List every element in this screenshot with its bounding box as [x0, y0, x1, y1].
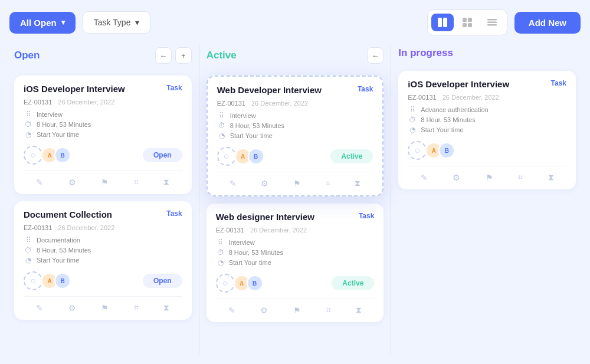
settings-icon[interactable]: ⚙	[65, 176, 80, 188]
column-open: Open ← + iOS Developer Interview Task EZ…	[9, 45, 196, 355]
timer-icon[interactable]: ⧗	[160, 176, 173, 188]
card-header: iOS Developer Interview Task	[408, 79, 566, 89]
card-info-row: ⏱ 8 Hour, 53 Minutes	[217, 122, 373, 130]
edit-icon[interactable]: ✎	[32, 302, 47, 314]
flag-icon[interactable]: ⚑	[97, 176, 112, 188]
info-label: Documentation	[37, 237, 80, 244]
column-actions-active: ←	[367, 47, 384, 64]
settings-icon[interactable]: ⚙	[257, 178, 272, 189]
edit-icon[interactable]: ✎	[226, 178, 240, 189]
grid-icon	[462, 17, 473, 28]
svg-rect-4	[463, 23, 467, 27]
tag-icon[interactable]: ⌗	[514, 171, 526, 183]
tag-icon[interactable]: ⌗	[322, 177, 334, 189]
grid-view-button[interactable]	[456, 14, 478, 31]
timer-icon[interactable]: ⧗	[545, 171, 558, 183]
card-info: ⠿ Interview ⏱ 8 Hour, 53 Minutes ◔ Start…	[216, 238, 375, 267]
card-footer: ○ A B Open	[24, 271, 182, 290]
collapse-button-active[interactable]: ←	[367, 47, 384, 64]
tag-icon[interactable]: ⌗	[130, 176, 142, 188]
card-meta: EZ-00131 26 December, 2022	[24, 99, 182, 106]
card-header: Web Developer Interview Task	[217, 85, 373, 95]
info-label: Start Your time	[421, 126, 463, 133]
timer-icon[interactable]: ⧗	[352, 304, 365, 316]
kanban-icon	[437, 17, 448, 28]
task-type-label: Task Type	[94, 18, 131, 27]
all-open-button[interactable]: All Open ▾	[9, 12, 76, 34]
card-date: 26 December, 2022	[58, 99, 114, 106]
all-open-label: All Open	[20, 18, 57, 28]
avatar: B	[438, 142, 455, 159]
board: Open ← + iOS Developer Interview Task EZ…	[9, 45, 581, 355]
avatar-ring: ○	[24, 146, 42, 165]
card-info-row: ◔ Start Your time	[24, 256, 182, 264]
kanban-view-button[interactable]	[431, 14, 454, 31]
info-label: Start Your time	[37, 257, 79, 264]
app-container: All Open ▾ Task Type ▾	[0, 0, 590, 364]
edit-icon[interactable]: ✎	[417, 172, 431, 183]
chevron-down-icon: ▾	[61, 18, 65, 27]
avatars: ○ A B	[408, 141, 455, 160]
avatar-ring: ○	[24, 271, 42, 290]
settings-icon[interactable]: ⚙	[257, 304, 271, 316]
card-type-badge: Task	[166, 209, 182, 218]
timer-icon[interactable]: ⧗	[351, 177, 364, 189]
card-type-badge: Task	[166, 84, 182, 92]
card-info: ⠿ Documentation ⏱ 8 Hour, 53 Minutes ◔ S…	[24, 236, 182, 264]
card-info-row: ◔ Start Your time	[408, 126, 566, 134]
tag-icon[interactable]: ⌗	[130, 301, 142, 314]
svg-rect-2	[463, 18, 467, 22]
card-doc-collection: Document Collection Task EZ-00131 26 Dec…	[14, 201, 192, 320]
clock-icon: ⏱	[216, 248, 225, 257]
list-view-button[interactable]	[481, 14, 503, 31]
card-info-row: ⏱ 8 Hour, 53 Minutes	[24, 120, 182, 129]
divider	[199, 45, 199, 355]
card-actions: ✎ ⚙ ⚑ ⌗ ⧗	[216, 299, 375, 316]
group-icon: ⠿	[408, 106, 417, 114]
view-toggle	[427, 9, 507, 35]
flag-icon[interactable]: ⚑	[482, 172, 497, 183]
flag-icon[interactable]: ⚑	[97, 302, 112, 314]
info-label: Interview	[230, 112, 256, 119]
timer-icon: ◔	[216, 258, 225, 267]
card-footer: ○ A B	[408, 141, 566, 160]
svg-rect-7	[487, 22, 497, 24]
group-icon: ⠿	[216, 238, 225, 247]
card-info-row: ⏱ 8 Hour, 53 Minutes	[408, 116, 566, 124]
edit-icon[interactable]: ✎	[32, 176, 47, 188]
flag-icon[interactable]: ⚑	[290, 304, 304, 316]
avatars: ○ A B	[216, 274, 263, 293]
status-badge[interactable]: Open	[143, 274, 182, 288]
chevron-down-icon: ▾	[135, 18, 139, 27]
add-new-button[interactable]: Add New	[514, 12, 581, 34]
avatars: ○ A B	[24, 271, 71, 290]
timer-icon[interactable]: ⧗	[160, 301, 173, 314]
edit-icon[interactable]: ✎	[225, 304, 239, 316]
timer-icon: ◔	[24, 256, 33, 264]
svg-rect-5	[468, 23, 472, 27]
card-footer: ○ A B Open	[24, 146, 182, 165]
settings-icon[interactable]: ⚙	[65, 302, 80, 314]
svg-rect-3	[468, 18, 472, 22]
tag-icon[interactable]: ⌗	[323, 304, 335, 316]
info-label: Interview	[37, 111, 63, 118]
task-type-dropdown[interactable]: Task Type ▾	[83, 11, 151, 34]
add-card-button-open[interactable]: +	[175, 47, 192, 64]
card-info-row: ⏱ 8 Hour, 53 Minutes	[216, 248, 375, 257]
info-label: 8 Hour, 53 Minutes	[37, 247, 91, 254]
status-badge[interactable]: Active	[332, 276, 374, 290]
card-type-badge: Task	[551, 79, 566, 87]
card-date: 26 December, 2022	[251, 100, 308, 107]
info-label: 8 Hour, 53 Minutes	[230, 122, 284, 129]
info-label: Advance authentication	[421, 106, 488, 113]
settings-icon[interactable]: ⚙	[449, 172, 464, 183]
card-date: 26 December, 2022	[442, 94, 499, 101]
avatars: ○ A B	[217, 147, 264, 166]
info-label: 8 Hour, 53 Minutes	[37, 121, 91, 128]
card-id: EZ-00131	[24, 224, 52, 231]
collapse-button-open[interactable]: ←	[155, 47, 172, 64]
card-ios-dev-2: iOS Developer Interview Task EZ-00131 26…	[398, 71, 576, 189]
status-badge[interactable]: Active	[330, 149, 373, 163]
status-badge[interactable]: Open	[143, 148, 182, 162]
flag-icon[interactable]: ⚑	[290, 178, 304, 189]
